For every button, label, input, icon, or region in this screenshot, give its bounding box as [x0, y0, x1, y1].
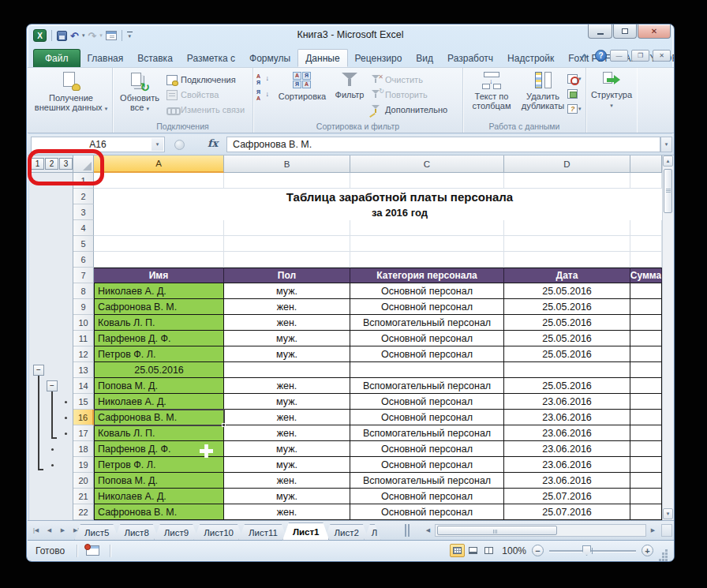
workbook-restore-button[interactable]: ❐ — [631, 50, 649, 62]
cell-E21[interactable] — [630, 489, 662, 504]
sheet-tab-Л[interactable]: Л — [364, 524, 381, 541]
filter-button[interactable]: Фильтр — [329, 72, 370, 99]
sort-ascending-icon[interactable]: АЯ↓ — [256, 73, 267, 86]
prev-sheet-icon[interactable]: ◀ — [43, 524, 55, 537]
cell-C4[interactable] — [350, 220, 504, 236]
cell-A12[interactable]: Петров Ф. Л. — [94, 346, 224, 362]
cell-E18[interactable] — [630, 441, 662, 457]
cell-B22[interactable]: жен. — [224, 504, 350, 520]
data-validation-icon[interactable]: ▾ — [567, 73, 585, 85]
refresh-all-button[interactable]: ↻ Обновить все ▾ — [116, 72, 163, 114]
cell-C18[interactable]: Основной персонал — [350, 441, 504, 457]
row-header-13[interactable]: 13 — [73, 362, 94, 378]
formula-input[interactable]: Сафронова В. М. — [226, 137, 660, 152]
cell-C12[interactable]: Основной персонал — [350, 346, 504, 362]
cell-E11[interactable] — [630, 331, 662, 346]
cell-D14[interactable]: 25.05.2016 — [504, 378, 630, 394]
cell-B17[interactable]: жен. — [224, 425, 350, 441]
scroll-down-icon[interactable]: ▼ — [663, 508, 673, 519]
cell-D17[interactable]: 23.06.2016 — [504, 425, 630, 441]
cell-B19[interactable]: муж. — [224, 457, 350, 473]
cell-E16[interactable] — [630, 410, 662, 425]
name-box-dropdown-icon[interactable]: ▾ — [152, 138, 163, 151]
cell-C11[interactable]: Основной персонал — [350, 331, 504, 346]
cell-A6[interactable] — [94, 252, 224, 268]
row-header-19[interactable]: 19 — [73, 457, 94, 473]
cell-A17[interactable]: Коваль Л. П. — [94, 425, 224, 441]
column-header-A[interactable]: A — [94, 155, 224, 173]
expand-formula-bar-icon[interactable]: ▾ — [660, 137, 672, 152]
cell-A22[interactable]: Сафронова В. М. — [94, 504, 224, 520]
sheet-tab-Лист2[interactable]: Лист2 — [324, 524, 368, 541]
what-if-analysis-icon[interactable]: ▾ — [567, 103, 585, 115]
customize-qat-icon[interactable]: ▾ — [127, 32, 133, 39]
cell-D5[interactable] — [504, 236, 630, 252]
insert-function-icon[interactable]: fx — [208, 137, 218, 149]
cell-D13[interactable] — [504, 362, 630, 378]
row-header-2[interactable]: 2 — [73, 189, 94, 204]
row-header-11[interactable]: 11 — [73, 331, 94, 346]
row-header-9[interactable]: 9 — [73, 299, 94, 315]
zoom-in-icon[interactable]: + — [642, 545, 653, 556]
tab-Рецензиро[interactable]: Рецензиро — [348, 50, 410, 67]
worksheet-icon[interactable] — [106, 31, 117, 40]
tab-Главная[interactable]: Главная — [80, 50, 131, 67]
scrollbar-resize-handle[interactable] — [661, 524, 672, 537]
window-resize-grip[interactable] — [659, 546, 668, 556]
cell-A4[interactable] — [94, 220, 224, 236]
cell-D21[interactable]: 25.07.2016 — [504, 489, 630, 504]
cell-E5[interactable] — [630, 236, 662, 252]
cell-A9[interactable]: Сафронова В. М. — [94, 299, 224, 315]
column-header-partial[interactable] — [630, 155, 662, 173]
cell-C15[interactable]: Основной персонал — [350, 394, 504, 410]
sheet-tab-Лист5[interactable]: Лист5 — [74, 524, 119, 541]
help-icon[interactable]: ? — [595, 50, 607, 62]
scroll-up-icon[interactable]: ▲ — [663, 155, 673, 167]
get-external-data-button[interactable]: Получение внешних данных ▾ — [33, 72, 109, 114]
cell-B10[interactable]: жен. — [224, 315, 350, 331]
normal-view-icon[interactable] — [450, 544, 465, 557]
structure-button[interactable]: Структура▾ — [589, 72, 634, 110]
cell-E22[interactable] — [630, 504, 662, 520]
cell-B5[interactable] — [224, 236, 350, 252]
cell-C20[interactable]: Вспомогательный персонал — [350, 473, 504, 489]
sheet-tab-Лист11[interactable]: Лист11 — [238, 524, 288, 541]
cell-C8[interactable]: Основной персонал — [350, 283, 504, 299]
row-header-15[interactable]: 15 — [73, 394, 94, 410]
cell-D9[interactable]: 25.05.2016 — [504, 299, 630, 315]
zoom-slider[interactable] — [549, 545, 636, 556]
cell-A13[interactable]: 25.05.2016 — [94, 362, 224, 378]
remove-duplicates-button[interactable]: Удалить дубликаты — [518, 72, 567, 110]
select-all-corner[interactable] — [73, 155, 94, 173]
cell-E1[interactable] — [630, 173, 662, 189]
tab-Вид[interactable]: Вид — [409, 50, 440, 67]
restore-button[interactable] — [613, 24, 637, 39]
cell-B16[interactable]: жен. — [224, 410, 350, 425]
cell-B6[interactable] — [224, 252, 350, 268]
cell-A16[interactable]: Сафронова В. М. — [94, 410, 224, 425]
cell-D19[interactable]: 23.06.2016 — [504, 457, 630, 473]
horizontal-scroll-thumb[interactable] — [437, 526, 557, 535]
tab-Вставка[interactable]: Вставка — [130, 50, 180, 67]
redo-icon[interactable]: ↷ — [88, 31, 96, 41]
column-header-B[interactable]: B — [224, 155, 350, 173]
cell-C1[interactable] — [350, 173, 504, 189]
cell-B13[interactable] — [224, 362, 350, 378]
cell-A8[interactable]: Николаев А. Д. — [94, 283, 224, 299]
row-header-17[interactable]: 17 — [73, 425, 94, 441]
cell-E12[interactable] — [630, 346, 662, 362]
cell-C10[interactable]: Вспомогательный персонал — [350, 315, 504, 331]
cell-C17[interactable]: Вспомогательный персонал — [350, 425, 504, 441]
row-header-6[interactable]: 6 — [73, 252, 94, 268]
cell-C19[interactable]: Основной персонал — [350, 457, 504, 473]
cell-E19[interactable] — [630, 457, 662, 473]
tab-Данные[interactable]: Данные — [297, 49, 347, 67]
row-header-18[interactable]: 18 — [73, 441, 94, 457]
sheet-tab-Лист10[interactable]: Лист10 — [193, 524, 244, 541]
row-header-10[interactable]: 10 — [73, 315, 94, 331]
hscroll-left-icon[interactable]: ◀ — [422, 524, 434, 537]
cell-B18[interactable]: муж. — [224, 441, 350, 457]
workbook-minimize-button[interactable]: — — [610, 50, 628, 62]
save-icon[interactable] — [57, 31, 67, 41]
cell-E14[interactable] — [630, 378, 662, 394]
